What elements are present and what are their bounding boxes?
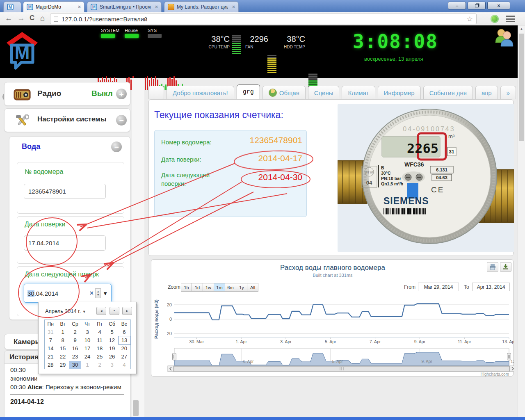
meter-number-value: 12365478901 xyxy=(239,135,302,145)
calendar-day[interactable]: 1 xyxy=(57,328,69,336)
page-scrollbar[interactable]: ▲ xyxy=(518,25,525,420)
calendar-day[interactable]: 18 xyxy=(94,345,106,353)
tab-apr[interactable]: апр xyxy=(475,86,498,99)
tab-obschaya[interactable]: Общая xyxy=(262,86,306,99)
window-minimize-button[interactable]: – xyxy=(448,2,466,9)
expand-radio-icon[interactable]: + xyxy=(116,89,127,99)
settings-title: Настройки системы xyxy=(37,115,106,123)
tab-more[interactable]: » xyxy=(500,86,516,99)
browser-tab-mylands[interactable]: My Lands: Расцвет цивилиз × xyxy=(164,1,239,12)
date-stepper[interactable]: ▲ ▼ xyxy=(95,288,101,298)
tab-title: SmartLiving.ru • Просмотр т xyxy=(100,4,151,10)
calendar-day[interactable]: 8 xyxy=(57,336,69,345)
calendar-day[interactable]: 24 xyxy=(81,353,94,361)
tab-welcome[interactable]: Добро пожаловать! xyxy=(167,86,234,99)
window-close-button[interactable]: × xyxy=(487,2,510,9)
tab-klimat[interactable]: Климат xyxy=(342,86,375,99)
navigator-handle[interactable] xyxy=(507,353,511,360)
calendar-day[interactable]: 19 xyxy=(106,345,118,353)
today-icon[interactable]: • xyxy=(110,307,119,315)
calendar-day[interactable]: 4 xyxy=(94,328,106,336)
url-input[interactable] xyxy=(62,16,467,23)
pinned-tab[interactable]: M xyxy=(3,1,21,12)
check-date-input[interactable] xyxy=(24,235,106,251)
sidebar-scrollbar-thumb[interactable] xyxy=(133,400,139,416)
datepicker-dropdown-icon[interactable]: ▼ xyxy=(103,290,108,297)
navigator-handle[interactable] xyxy=(173,353,176,360)
scroll-up-icon[interactable]: ▲ xyxy=(518,25,525,31)
calendar-day[interactable]: 5 xyxy=(106,328,118,336)
meter-number-input[interactable] xyxy=(24,184,106,199)
calendar-day[interactable]: 22 xyxy=(57,353,69,361)
browser-tab-smartliving[interactable]: M SmartLiving.ru • Просмотр т × xyxy=(87,1,162,12)
calendar-day[interactable]: 2 xyxy=(94,361,106,369)
radio-state[interactable]: Выкл xyxy=(91,89,113,98)
extension-icon[interactable] xyxy=(491,15,499,23)
calendar-day[interactable]: 12 xyxy=(106,336,118,345)
browser-menu-icon[interactable] xyxy=(506,16,515,22)
calendar-day[interactable]: 27 xyxy=(118,353,130,361)
svg-text:30°C: 30°C xyxy=(381,171,391,176)
calendar-day[interactable]: 7 xyxy=(44,336,57,345)
tab-grg[interactable]: grg xyxy=(237,84,260,99)
calendar-day[interactable]: 1 xyxy=(81,361,94,369)
calendar-day[interactable]: 11 xyxy=(94,336,106,345)
users-icon[interactable] xyxy=(494,28,514,47)
calendar-day[interactable]: 28 xyxy=(44,361,57,369)
calendar-day[interactable]: 30 xyxy=(69,361,81,369)
calendar-day[interactable]: 14 xyxy=(44,345,57,353)
address-bar[interactable]: ☆ xyxy=(50,14,477,24)
calendar-day[interactable]: 16 xyxy=(69,345,81,353)
status-light xyxy=(148,34,162,38)
calendar-day[interactable]: 10 xyxy=(81,336,94,345)
calendar-day[interactable]: 15 xyxy=(57,345,69,353)
calendar-day[interactable]: 25 xyxy=(94,353,106,361)
datepicker-month[interactable]: Апрель 2014 г. ▼ xyxy=(45,308,86,314)
highcharts-credit[interactable]: Highcharts.com xyxy=(481,372,509,377)
tab-informer[interactable]: Информер xyxy=(378,86,421,99)
calendar-day[interactable]: 17 xyxy=(81,345,94,353)
collapse-settings-icon[interactable]: − xyxy=(116,115,127,126)
page-scrollbar-thumb[interactable] xyxy=(519,34,524,141)
prev-month-icon[interactable]: ◂ xyxy=(96,307,106,315)
water-title[interactable]: Вода xyxy=(22,142,40,151)
calendar-day[interactable]: 20 xyxy=(118,345,130,353)
calendar-day[interactable]: 9 xyxy=(69,336,81,345)
tab-close-icon[interactable]: × xyxy=(74,4,81,10)
calendar-day[interactable]: 31 xyxy=(44,328,57,336)
scrollbar-left-icon[interactable] xyxy=(168,366,173,372)
calendar-day[interactable]: 29 xyxy=(57,361,69,369)
clear-icon[interactable]: × xyxy=(90,290,94,297)
calendar-day[interactable]: 23 xyxy=(69,353,81,361)
collapse-water-icon[interactable]: − xyxy=(111,142,122,152)
calendar-day[interactable]: 2 xyxy=(69,328,81,336)
tab-blank[interactable] xyxy=(148,86,164,99)
back-icon[interactable]: ← xyxy=(5,14,12,23)
history-title[interactable]: История xyxy=(9,353,39,361)
smartliving-favicon: M xyxy=(91,4,97,10)
tab-close-icon[interactable]: × xyxy=(228,4,235,10)
tab-title: My Lands: Расцвет цивилиз xyxy=(177,4,228,10)
calendar-day[interactable]: 26 xyxy=(106,353,118,361)
bookmark-star-icon[interactable]: ☆ xyxy=(467,15,473,23)
tab-close-icon[interactable]: × xyxy=(151,4,158,10)
tab-events[interactable]: События дня xyxy=(423,86,473,99)
calendar-day[interactable]: 3 xyxy=(106,361,118,369)
calendar-day[interactable]: 3 xyxy=(81,328,94,336)
calendar-day[interactable]: 21 xyxy=(44,353,57,361)
camera-title[interactable]: Камеры xyxy=(14,338,41,346)
calendar-day[interactable]: 4 xyxy=(118,361,130,369)
calendar-day[interactable]: 6 xyxy=(118,328,130,336)
browser-tab-majordomo[interactable]: M MajorDoMo × xyxy=(23,1,84,12)
next-date-input[interactable]: 30.04.2014 × ▲ ▼ ▼ xyxy=(24,284,112,303)
forward-icon[interactable]: → xyxy=(17,14,25,23)
window-restore-button[interactable] xyxy=(468,2,486,9)
calendar-day[interactable]: 13 xyxy=(118,336,130,345)
chart-plot[interactable]: 200-20Расход воды (м3)30. Mar1. Apr3. Ap… xyxy=(151,260,514,377)
taskbar-edge xyxy=(0,417,525,420)
home-icon[interactable]: ⌂ xyxy=(40,14,45,23)
refresh-icon[interactable]: C xyxy=(30,14,34,22)
next-month-icon[interactable]: ▸ xyxy=(122,307,132,315)
scrollbar-right-icon[interactable] xyxy=(510,366,514,372)
tab-sceny[interactable]: Сцены xyxy=(308,86,340,99)
